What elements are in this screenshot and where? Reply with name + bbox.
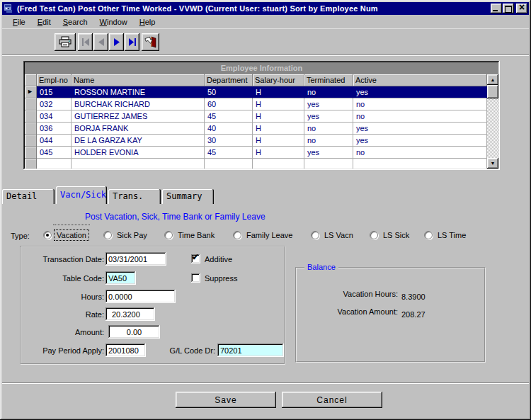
tab-vacn-sick[interactable]: Vacn/Sick — [56, 186, 107, 204]
balance-legend: Balance — [304, 263, 338, 271]
menu-bar: FileEditSearchWindowHelp — [2, 15, 529, 28]
cell-empty — [205, 159, 253, 169]
menu-item-search[interactable]: Search — [58, 17, 93, 27]
row-selector-empty — [25, 159, 37, 169]
tab-detail[interactable]: Detail — [2, 189, 55, 204]
cell-empty — [353, 159, 487, 169]
scrollbar-thumb[interactable] — [487, 85, 498, 98]
print-button[interactable] — [55, 33, 76, 51]
radio-family-leave[interactable]: Family Leave — [233, 230, 295, 240]
cancel-button[interactable]: Cancel — [282, 392, 382, 408]
menu-item-help[interactable]: Help — [135, 17, 161, 27]
pay-period-apply-input[interactable] — [105, 344, 146, 357]
radio-vacation[interactable]: Vacation — [43, 230, 88, 240]
window-title: (Fred Test Can) Post Other Time Worked -… — [17, 4, 378, 13]
column-header-empl-no[interactable]: Empl-no — [37, 74, 72, 86]
radio-ls-sick[interactable]: LS Sick — [370, 230, 411, 240]
tab-trans[interactable]: Trans. — [108, 189, 161, 204]
hours-label: Hours: — [24, 293, 104, 301]
cell-department: 45 — [205, 110, 253, 123]
cell-active: no — [353, 110, 487, 123]
radio-button-family-leave[interactable] — [233, 231, 241, 239]
row-selector[interactable]: ► — [25, 86, 37, 98]
column-header-active[interactable]: Active — [353, 74, 487, 86]
balance-panel: Balance Vacation Hours: 8.3900 Vacation … — [295, 267, 486, 363]
table-code-input[interactable] — [105, 271, 136, 285]
additive-checkbox[interactable]: ✔ — [191, 254, 200, 263]
minimize-icon[interactable] — [491, 4, 502, 13]
cell-empl-no: 034 — [37, 110, 72, 123]
radio-ls-time[interactable]: LS Time — [424, 230, 468, 240]
radio-label-ls-sick: LS Sick — [381, 230, 411, 240]
app-window: (Fred Test Can) Post Other Time Worked -… — [0, 0, 531, 420]
last-record-icon — [128, 38, 137, 46]
radio-ls-vacn[interactable]: LS Vacn — [311, 230, 355, 240]
cell-salary-hour: H — [253, 123, 304, 135]
type-label: Type: — [11, 232, 30, 240]
check-icon: ✔ — [192, 252, 199, 262]
radio-button-ls-vacn[interactable] — [311, 231, 319, 239]
row-selector[interactable] — [25, 110, 37, 123]
radio-button-time-bank[interactable] — [164, 231, 173, 239]
radio-button-ls-sick[interactable] — [370, 231, 378, 239]
cell-department: 45 — [205, 147, 253, 159]
row-selector[interactable] — [25, 123, 37, 135]
radio-label-time-bank: Time Bank — [176, 230, 217, 240]
cell-name: DE LA GARZA KAY — [72, 135, 205, 147]
exit-button[interactable] — [142, 33, 159, 51]
suppress-checkbox[interactable]: ✔ — [191, 273, 200, 283]
radio-button-ls-time[interactable] — [424, 231, 433, 239]
cell-terminated: yes — [304, 147, 353, 159]
save-button[interactable]: Save — [176, 392, 276, 408]
rate-label: Rate: — [24, 310, 104, 319]
menu-item-file[interactable]: File — [8, 17, 30, 27]
page-heading: Post Vacation, Sick, Time Bank or Family… — [85, 212, 266, 222]
cell-name: HOLDER EVONIA — [72, 147, 205, 159]
row-selector[interactable] — [25, 98, 37, 110]
maximize-icon[interactable] — [503, 4, 514, 13]
row-selector[interactable] — [25, 147, 37, 159]
cell-active: yes — [353, 123, 487, 135]
next-record-button[interactable] — [109, 33, 124, 51]
first-record-button[interactable] — [78, 33, 93, 51]
tab-summary[interactable]: Summary — [162, 189, 214, 204]
table-code-label: Table Code: — [24, 274, 104, 283]
pay-period-apply-label: Pay Period Apply: — [24, 346, 104, 355]
cell-empl-no: 036 — [37, 123, 72, 135]
menu-item-window[interactable]: Window — [95, 17, 132, 27]
grid-vertical-scrollbar[interactable]: ▲ ▼ — [487, 74, 498, 169]
row-selector[interactable] — [25, 135, 37, 147]
radio-time-bank[interactable]: Time Bank — [164, 230, 217, 240]
cell-name: BURCHAK RICHARD — [72, 98, 205, 110]
radio-label-vacation: Vacation — [55, 230, 88, 240]
radio-button-sick-pay[interactable] — [103, 231, 112, 239]
hours-input[interactable] — [105, 290, 176, 303]
cell-salary-hour: H — [253, 86, 304, 98]
radio-button-vacation[interactable] — [43, 231, 52, 239]
radio-sick-pay[interactable]: Sick Pay — [103, 230, 149, 240]
amount-input[interactable] — [108, 325, 160, 339]
last-record-button[interactable] — [125, 33, 139, 51]
rate-input[interactable] — [105, 307, 155, 321]
title-bar[interactable]: (Fred Test Can) Post Other Time Worked -… — [2, 2, 529, 15]
employee-grid-table[interactable]: Empl-noNameDepartmentSalary-hourTerminat… — [25, 74, 487, 169]
cell-active: yes — [353, 135, 487, 147]
cell-salary-hour: H — [253, 98, 304, 110]
cell-department: 60 — [205, 98, 253, 110]
scrollbar-up-icon[interactable]: ▲ — [487, 74, 498, 85]
cell-empl-no: 015 — [37, 86, 72, 98]
close-icon[interactable] — [516, 4, 527, 13]
column-header-salary-hour[interactable]: Salary-hour — [253, 74, 304, 86]
column-header-name[interactable]: Name — [72, 74, 205, 86]
cell-salary-hour: H — [253, 135, 304, 147]
radio-label-family-leave: Family Leave — [244, 230, 295, 240]
vacation-amount-value: 208.27 — [401, 310, 426, 319]
amount-label: Amount: — [24, 328, 104, 336]
menu-item-edit[interactable]: Edit — [33, 17, 56, 27]
transaction-date-input[interactable] — [105, 252, 166, 266]
column-header-department[interactable]: Department — [205, 74, 253, 86]
gl-code-dr-input[interactable] — [217, 344, 284, 357]
scrollbar-down-icon[interactable]: ▼ — [487, 158, 498, 169]
column-header-terminated[interactable]: Terminated — [304, 74, 353, 86]
previous-record-button[interactable] — [93, 33, 108, 51]
